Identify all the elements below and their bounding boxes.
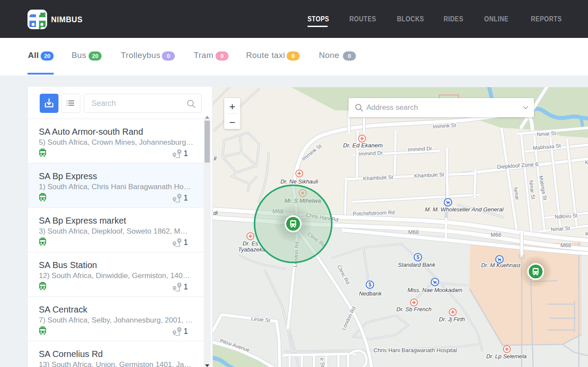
svg-text:Dr. Ed Ekanem: Dr. Ed Ekanem xyxy=(343,142,383,149)
svg-text:K: K xyxy=(585,231,588,237)
svg-text:Dr. Lp Selemela: Dr. Lp Selemela xyxy=(486,353,527,360)
svg-text:M. M. Wholeseller And General: M. M. Wholeseller And General xyxy=(425,206,504,213)
svg-text:Dr. Ne Sikhauli: Dr. Ne Sikhauli xyxy=(280,178,318,185)
svg-text:Miss. Nae Mookadam: Miss. Nae Mookadam xyxy=(407,287,462,293)
svg-text:$: $ xyxy=(417,254,420,260)
svg-text:Standard Bank: Standard Bank xyxy=(398,262,436,268)
svg-text:M68: M68 xyxy=(561,242,571,248)
svg-text:K: K xyxy=(585,160,588,166)
svg-text:Immind Dr: Immind Dr xyxy=(359,150,383,157)
svg-text:M68: M68 xyxy=(491,232,501,238)
svg-text:Tyabazeka: Tyabazeka xyxy=(238,246,266,253)
svg-text:Dr. Es: Dr. Es xyxy=(243,240,258,247)
svg-text:e St: e St xyxy=(319,357,326,367)
svg-text:Nedbank: Nedbank xyxy=(359,290,383,297)
svg-text:Dr. Sb French: Dr. Sb French xyxy=(397,306,431,313)
svg-text:Chris Hani Baragwanath Hospita: Chris Hani Baragwanath Hospital xyxy=(373,347,457,353)
svg-text:$: $ xyxy=(369,282,372,288)
svg-text:di: di xyxy=(213,210,218,216)
svg-text:M68: M68 xyxy=(408,229,419,235)
svg-text:Dr. Jj Firth: Dr. Jj Firth xyxy=(439,316,465,323)
svg-text:Immind Dr: Immind Dr xyxy=(408,146,432,153)
